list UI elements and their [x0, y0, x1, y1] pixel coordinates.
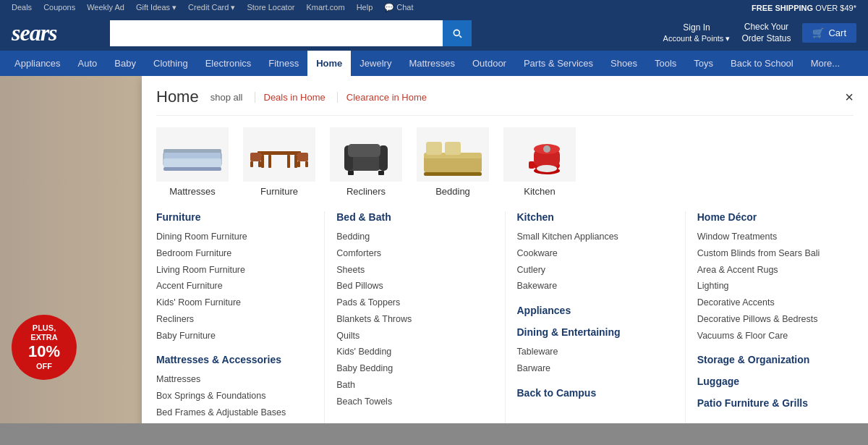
sale-off: OFF	[36, 362, 52, 371]
svg-rect-1	[163, 158, 221, 167]
link-accent[interactable]: Accent Furniture	[156, 278, 312, 294]
link-sheets[interactable]: Sheets	[336, 262, 493, 279]
nav-parts-services[interactable]: Parts & Services	[515, 51, 602, 76]
credit-card-link[interactable]: Credit Card ▾	[188, 3, 235, 12]
category-furniture[interactable]: Furniture	[243, 127, 315, 197]
search-input[interactable]	[110, 20, 443, 46]
nav-toys[interactable]: Toys	[685, 51, 722, 76]
link-bakeware[interactable]: Bakeware	[517, 278, 673, 294]
close-menu-button[interactable]: ×	[845, 90, 854, 104]
link-tableware[interactable]: Tableware	[517, 344, 673, 360]
nav-shoes[interactable]: Shoes	[602, 51, 646, 76]
gift-ideas-link[interactable]: Gift Ideas ▾	[136, 3, 176, 12]
account-points-label: Account & Points ▾	[663, 33, 731, 43]
nav-electronics[interactable]: Electronics	[197, 51, 260, 76]
link-kids-bedding[interactable]: Kids' Bedding	[336, 344, 493, 360]
nav-baby[interactable]: Baby	[106, 51, 145, 76]
menu-col-furniture: Furniture Dining Room Furniture Bedroom …	[156, 211, 325, 423]
link-decorative-pillows[interactable]: Decorative Pillows & Bedrests	[697, 311, 854, 328]
clearance-in-home-link[interactable]: Clearance in Home	[337, 92, 427, 103]
link-box-springs[interactable]: Box Springs & Foundations	[156, 388, 312, 404]
col-heading-luggage[interactable]: Luggage	[697, 376, 854, 387]
deals-link[interactable]: Deals	[12, 3, 32, 12]
link-cutlery[interactable]: Cutlery	[517, 262, 673, 279]
nav-tools[interactable]: Tools	[646, 51, 685, 76]
nav-outdoor[interactable]: Outdoor	[464, 51, 515, 76]
link-pads-toppers[interactable]: Pads & Toppers	[336, 294, 493, 311]
site-logo[interactable]: sears	[12, 20, 98, 46]
sale-percent: 10%	[28, 342, 60, 361]
mega-menu-shop-all[interactable]: shop all	[210, 92, 243, 103]
link-window-treatments[interactable]: Window Treatments	[697, 229, 854, 245]
nav-mattresses[interactable]: Mattresses	[400, 51, 464, 76]
link-bedding[interactable]: Bedding	[336, 229, 493, 245]
svg-rect-12	[297, 153, 308, 161]
weekly-ad-link[interactable]: Weekly Ad	[87, 3, 124, 12]
svg-rect-13	[297, 161, 300, 167]
link-lighting[interactable]: Lighting	[697, 278, 854, 294]
nav-fitness[interactable]: Fitness	[260, 51, 307, 76]
link-bed-pillows[interactable]: Bed Pillows	[336, 278, 493, 294]
svg-rect-20	[378, 171, 384, 175]
store-locator-link[interactable]: Store Locator	[247, 3, 294, 12]
link-cookware[interactable]: Cookware	[517, 245, 673, 262]
utility-links: Deals Coupons Weekly Ad Gift Ideas ▾ Cre…	[12, 3, 414, 12]
help-link[interactable]: Help	[357, 3, 373, 12]
link-quilts[interactable]: Quilts	[336, 328, 493, 344]
svg-rect-24	[445, 142, 461, 155]
category-bedding[interactable]: Bedding	[417, 127, 489, 197]
svg-rect-23	[426, 142, 442, 155]
category-kitchen[interactable]: Kitchen	[503, 127, 576, 197]
col-heading-back-to-campus[interactable]: Back to Campus	[517, 387, 673, 399]
hero-section: PLUS, EXTRA 10% OFF Home shop all Deals …	[0, 76, 868, 423]
nav-jewelry[interactable]: Jewelry	[351, 51, 400, 76]
link-vacuums[interactable]: Vacuums & Floor Care	[697, 328, 854, 344]
col-heading-patio[interactable]: Patio Furniture & Grills	[697, 397, 854, 409]
svg-rect-5	[261, 155, 264, 168]
link-bedroom[interactable]: Bedroom Furniture	[156, 245, 312, 262]
kmart-link[interactable]: Kmart.com	[306, 3, 344, 12]
sign-in-button[interactable]: Sign In Account & Points ▾	[663, 22, 731, 44]
nav-auto[interactable]: Auto	[69, 51, 106, 76]
menu-columns: Furniture Dining Room Furniture Bedroom …	[156, 211, 854, 423]
search-button[interactable]	[443, 20, 472, 46]
svg-rect-11	[258, 161, 261, 167]
link-baby-bedding[interactable]: Baby Bedding	[336, 360, 493, 377]
chat-link[interactable]: 💬 Chat	[384, 3, 413, 12]
link-decorative-accents[interactable]: Decorative Accents	[697, 294, 854, 311]
col-heading-storage-organization[interactable]: Storage & Organization	[697, 354, 854, 365]
recliners-svg	[333, 131, 399, 178]
link-custom-blinds[interactable]: Custom Blinds from Sears Bali	[697, 245, 854, 262]
nav-back-to-school[interactable]: Back to School	[722, 51, 802, 76]
category-recliners[interactable]: Recliners	[330, 127, 402, 197]
deals-in-home-link[interactable]: Deals in Home	[255, 92, 326, 103]
cart-button[interactable]: 🛒 Cart	[802, 23, 856, 43]
menu-col-home-decor: Home Décor Window Treatments Custom Blin…	[697, 211, 854, 423]
nav-appliances[interactable]: Appliances	[6, 51, 69, 76]
mega-menu: Home shop all Deals in Home Clearance in…	[142, 76, 868, 423]
nav-more[interactable]: More...	[802, 51, 848, 76]
link-bed-frames[interactable]: Bed Frames & Adjustable Bases	[156, 404, 312, 421]
coupons-link[interactable]: Coupons	[43, 3, 75, 12]
col-heading-bed-bath: Bed & Bath	[336, 211, 493, 223]
col-heading-appliances[interactable]: Appliances	[517, 305, 673, 316]
order-status[interactable]: Check Your Order Status	[741, 22, 791, 44]
order-status-label: Order Status	[741, 33, 791, 43]
link-small-kitchen[interactable]: Small Kitchen Appliances	[517, 229, 673, 245]
svg-rect-3	[163, 149, 221, 153]
link-dining-room[interactable]: Dining Room Furniture	[156, 229, 312, 245]
link-kids-room[interactable]: Kids' Room Furniture	[156, 294, 312, 311]
nav-clothing[interactable]: Clothing	[145, 51, 197, 76]
link-recliners[interactable]: Recliners	[156, 311, 312, 328]
link-comforters[interactable]: Comforters	[336, 245, 493, 262]
link-beach-towels[interactable]: Beach Towels	[336, 394, 493, 410]
link-living-room[interactable]: Living Room Furniture	[156, 262, 312, 279]
link-bath[interactable]: Bath	[336, 377, 493, 394]
link-area-rugs[interactable]: Area & Accent Rugs	[697, 262, 854, 279]
link-barware[interactable]: Barware	[517, 360, 673, 377]
link-blankets-throws[interactable]: Blankets & Throws	[336, 311, 493, 328]
nav-home[interactable]: Home	[307, 51, 351, 76]
link-baby-furniture[interactable]: Baby Furniture	[156, 328, 312, 344]
category-mattresses[interactable]: Mattresses	[156, 127, 229, 197]
link-mattresses[interactable]: Mattresses	[156, 371, 312, 388]
